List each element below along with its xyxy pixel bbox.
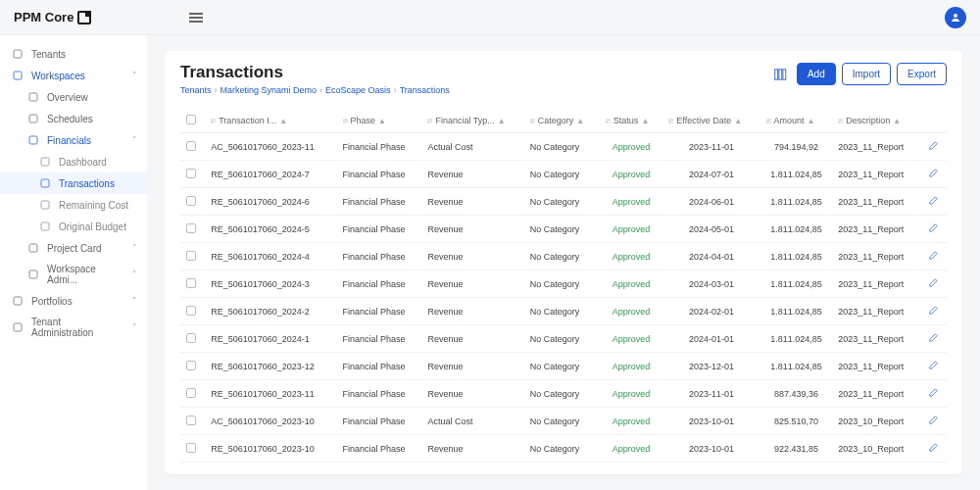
row-checkbox[interactable] [186,416,196,425]
column-header[interactable]: ⎚Transaction I...▲ [205,109,336,133]
sidebar-item-workspaces[interactable]: Workspaces˄ [0,65,147,86]
svg-rect-14 [775,69,778,79]
sort-icon[interactable]: ▲ [378,117,386,125]
row-checkbox[interactable] [186,333,196,343]
export-button[interactable]: Export [897,63,947,85]
breadcrumb-item[interactable]: Marketing Synami Demo [220,85,318,95]
cell-amount: 825.510,70 [760,408,833,435]
sidebar-item-remaining-cost[interactable]: Remaining Cost [0,194,147,216]
filter-icon[interactable]: ⎚ [766,117,771,125]
edit-row-button[interactable] [921,408,947,435]
sidebar-item-financials[interactable]: Financials˄ [0,129,147,151]
breadcrumb-item[interactable]: Transactions [400,85,450,95]
row-checkbox[interactable] [186,443,196,453]
row-checkbox[interactable] [186,169,196,178]
edit-row-button[interactable] [921,325,947,353]
table-row[interactable]: RE_5061017060_2023-12Financial PhaseReve… [180,353,947,380]
table-row[interactable]: RE_5061017060_2023-11Financial PhaseReve… [180,380,947,408]
row-checkbox[interactable] [186,196,196,206]
sidebar-item-project-card[interactable]: Project Card˅ [0,237,147,259]
column-header[interactable]: ⎚Amount▲ [760,109,833,133]
edit-row-button[interactable] [921,161,947,188]
transactions-table: ⎚Transaction I...▲⎚Phase▲⎚Financial Typ.… [180,109,947,463]
select-all-checkbox[interactable] [186,115,196,124]
edit-row-button[interactable] [921,216,947,243]
filter-icon[interactable]: ⎚ [427,117,432,125]
filter-icon[interactable]: ⎚ [838,117,843,125]
hamburger-icon[interactable] [189,13,203,23]
column-header[interactable]: ⎚Effective Date▲ [662,109,760,133]
columns-icon[interactable] [769,64,791,85]
sidebar-item-workspace-admi-[interactable]: Workspace Admi...˅ [0,259,147,290]
table-row[interactable]: RE_5061017060_2024-3Financial PhaseReven… [180,270,947,298]
row-checkbox[interactable] [186,361,196,370]
table-row[interactable]: RE_5061017060_2024-6Financial PhaseReven… [180,188,947,216]
filter-icon[interactable]: ⎚ [211,117,216,125]
edit-row-button[interactable] [921,380,947,408]
filter-icon[interactable]: ⎚ [530,117,535,125]
column-header[interactable]: ⎚Status▲ [600,109,662,133]
table-wrap[interactable]: ⎚Transaction I...▲⎚Phase▲⎚Financial Typ.… [180,109,947,474]
edit-row-button[interactable] [921,133,947,161]
table-row[interactable]: RE_5061017060_2024-4Financial PhaseReven… [180,243,947,270]
row-checkbox[interactable] [186,306,196,316]
import-button[interactable]: Import [842,63,891,85]
cell-amount: 1.811.024,85 [760,216,833,243]
cell-transaction-id: RE_5061017060_2024-6 [205,188,336,216]
cell-financial-type: Revenue [421,161,523,188]
status-badge: Approved [612,389,651,399]
sidebar-item-schedules[interactable]: Schedules [0,108,147,129]
sort-icon[interactable]: ▲ [279,117,287,125]
cell-amount: 1.811.024,85 [760,161,833,188]
sidebar-item-overview[interactable]: Overview [0,86,147,108]
sidebar-item-tenant-administration[interactable]: Tenant Administration˅ [0,312,147,343]
sidebar-item-tenants[interactable]: Tenants [0,43,147,65]
table-row[interactable]: RE_5061017060_2024-1Financial PhaseReven… [180,325,947,353]
sort-icon[interactable]: ▲ [498,117,506,125]
filter-icon[interactable]: ⎚ [668,117,673,125]
sort-icon[interactable]: ▲ [734,117,742,125]
table-row[interactable]: RE_5061017060_2024-7Financial PhaseReven… [180,161,947,188]
table-row[interactable]: RE_5061017060_2024-5Financial PhaseReven… [180,216,947,243]
sidebar-item-dashboard[interactable]: Dashboard [0,151,147,172]
edit-row-button[interactable] [921,188,947,216]
sort-icon[interactable]: ▲ [893,117,901,125]
table-row[interactable]: AC_5061017060_2023-10Financial PhaseActu… [180,408,947,435]
column-header[interactable]: ⎚Financial Typ...▲ [421,109,523,133]
table-row[interactable]: RE_5061017060_2023-10Financial PhaseReve… [180,435,947,463]
avatar[interactable] [945,7,966,28]
column-header[interactable]: ⎚Description▲ [832,109,920,133]
breadcrumb-item[interactable]: EcoScape Oasis [325,85,391,95]
column-header[interactable]: ⎚Phase▲ [337,109,422,133]
filter-icon[interactable]: ⎚ [343,117,348,125]
cell-phase: Financial Phase [337,161,422,188]
edit-row-button[interactable] [921,298,947,325]
sort-icon[interactable]: ▲ [808,117,815,125]
sidebar-item-portfolios[interactable]: Portfolios˅ [0,290,147,312]
cell-category: No Category [524,188,600,216]
breadcrumb-item[interactable]: Tenants [180,85,212,95]
table-row[interactable]: AC_5061017060_2023-11Financial PhaseActu… [180,133,947,161]
cell-transaction-id: RE_5061017060_2023-11 [205,380,336,408]
edit-row-button[interactable] [921,353,947,380]
table-row[interactable]: RE_5061017060_2024-2Financial PhaseReven… [180,298,947,325]
cell-amount: 1.811.024,85 [760,353,833,380]
column-header[interactable]: ⎚Category▲ [524,109,600,133]
row-checkbox[interactable] [186,278,196,288]
row-checkbox[interactable] [186,223,196,233]
breadcrumb-sep-icon: › [319,85,322,95]
sort-icon[interactable]: ▲ [576,117,584,125]
filter-icon[interactable]: ⎚ [606,117,611,125]
add-button[interactable]: Add [797,63,836,85]
sidebar-item-transactions[interactable]: Transactions [0,172,147,194]
sort-icon[interactable]: ▲ [641,117,649,125]
sidebar-item-label: Dashboard [59,157,107,168]
row-checkbox[interactable] [186,251,196,261]
cell-financial-type: Revenue [421,298,523,325]
edit-row-button[interactable] [921,270,947,298]
edit-row-button[interactable] [921,435,947,463]
edit-row-button[interactable] [921,243,947,270]
row-checkbox[interactable] [186,388,196,398]
row-checkbox[interactable] [186,141,196,151]
sidebar-item-original-budget[interactable]: Original Budget [0,216,147,237]
